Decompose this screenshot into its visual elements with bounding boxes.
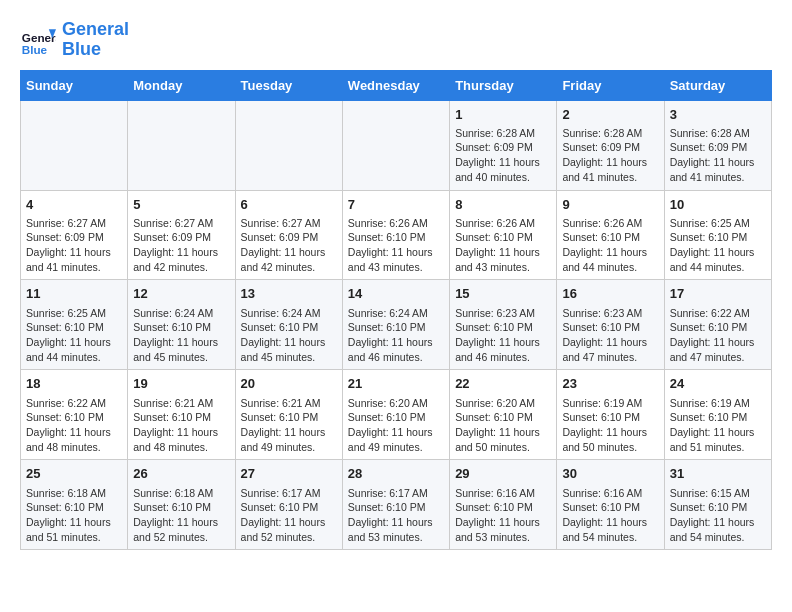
calendar-cell: 7Sunrise: 6:26 AM Sunset: 6:10 PM Daylig…	[342, 190, 449, 280]
calendar-cell: 21Sunrise: 6:20 AM Sunset: 6:10 PM Dayli…	[342, 370, 449, 460]
calendar-cell	[235, 100, 342, 190]
day-number: 5	[133, 196, 229, 214]
day-info: Sunrise: 6:27 AM Sunset: 6:09 PM Dayligh…	[26, 216, 122, 275]
calendar-cell: 9Sunrise: 6:26 AM Sunset: 6:10 PM Daylig…	[557, 190, 664, 280]
day-number: 11	[26, 285, 122, 303]
day-number: 28	[348, 465, 444, 483]
calendar-cell: 15Sunrise: 6:23 AM Sunset: 6:10 PM Dayli…	[450, 280, 557, 370]
day-number: 4	[26, 196, 122, 214]
day-info: Sunrise: 6:21 AM Sunset: 6:10 PM Dayligh…	[241, 396, 337, 455]
calendar-cell: 26Sunrise: 6:18 AM Sunset: 6:10 PM Dayli…	[128, 460, 235, 550]
day-number: 21	[348, 375, 444, 393]
calendar-cell: 1Sunrise: 6:28 AM Sunset: 6:09 PM Daylig…	[450, 100, 557, 190]
calendar-cell: 23Sunrise: 6:19 AM Sunset: 6:10 PM Dayli…	[557, 370, 664, 460]
calendar-cell: 12Sunrise: 6:24 AM Sunset: 6:10 PM Dayli…	[128, 280, 235, 370]
day-number: 2	[562, 106, 658, 124]
calendar-body: 1Sunrise: 6:28 AM Sunset: 6:09 PM Daylig…	[21, 100, 772, 550]
day-number: 10	[670, 196, 766, 214]
calendar-cell: 13Sunrise: 6:24 AM Sunset: 6:10 PM Dayli…	[235, 280, 342, 370]
calendar-cell: 5Sunrise: 6:27 AM Sunset: 6:09 PM Daylig…	[128, 190, 235, 280]
day-info: Sunrise: 6:26 AM Sunset: 6:10 PM Dayligh…	[348, 216, 444, 275]
day-number: 8	[455, 196, 551, 214]
day-number: 13	[241, 285, 337, 303]
day-info: Sunrise: 6:27 AM Sunset: 6:09 PM Dayligh…	[133, 216, 229, 275]
calendar-cell	[342, 100, 449, 190]
calendar-cell: 22Sunrise: 6:20 AM Sunset: 6:10 PM Dayli…	[450, 370, 557, 460]
day-info: Sunrise: 6:19 AM Sunset: 6:10 PM Dayligh…	[562, 396, 658, 455]
calendar-cell: 2Sunrise: 6:28 AM Sunset: 6:09 PM Daylig…	[557, 100, 664, 190]
day-number: 27	[241, 465, 337, 483]
calendar-cell: 29Sunrise: 6:16 AM Sunset: 6:10 PM Dayli…	[450, 460, 557, 550]
day-info: Sunrise: 6:24 AM Sunset: 6:10 PM Dayligh…	[241, 306, 337, 365]
calendar-cell: 19Sunrise: 6:21 AM Sunset: 6:10 PM Dayli…	[128, 370, 235, 460]
calendar-cell: 10Sunrise: 6:25 AM Sunset: 6:10 PM Dayli…	[664, 190, 771, 280]
day-info: Sunrise: 6:22 AM Sunset: 6:10 PM Dayligh…	[26, 396, 122, 455]
day-number: 24	[670, 375, 766, 393]
calendar-week-row: 11Sunrise: 6:25 AM Sunset: 6:10 PM Dayli…	[21, 280, 772, 370]
day-number: 9	[562, 196, 658, 214]
day-info: Sunrise: 6:27 AM Sunset: 6:09 PM Dayligh…	[241, 216, 337, 275]
day-number: 6	[241, 196, 337, 214]
day-info: Sunrise: 6:21 AM Sunset: 6:10 PM Dayligh…	[133, 396, 229, 455]
weekday-header: Wednesday	[342, 70, 449, 100]
calendar-cell: 3Sunrise: 6:28 AM Sunset: 6:09 PM Daylig…	[664, 100, 771, 190]
day-number: 29	[455, 465, 551, 483]
day-number: 18	[26, 375, 122, 393]
calendar-cell: 17Sunrise: 6:22 AM Sunset: 6:10 PM Dayli…	[664, 280, 771, 370]
day-number: 25	[26, 465, 122, 483]
weekday-header: Friday	[557, 70, 664, 100]
day-info: Sunrise: 6:25 AM Sunset: 6:10 PM Dayligh…	[26, 306, 122, 365]
calendar-week-row: 1Sunrise: 6:28 AM Sunset: 6:09 PM Daylig…	[21, 100, 772, 190]
day-info: Sunrise: 6:24 AM Sunset: 6:10 PM Dayligh…	[348, 306, 444, 365]
weekday-header: Monday	[128, 70, 235, 100]
logo-text: GeneralBlue	[62, 20, 129, 60]
day-number: 30	[562, 465, 658, 483]
day-number: 20	[241, 375, 337, 393]
day-info: Sunrise: 6:23 AM Sunset: 6:10 PM Dayligh…	[562, 306, 658, 365]
day-info: Sunrise: 6:28 AM Sunset: 6:09 PM Dayligh…	[562, 126, 658, 185]
day-number: 1	[455, 106, 551, 124]
calendar-cell: 28Sunrise: 6:17 AM Sunset: 6:10 PM Dayli…	[342, 460, 449, 550]
day-info: Sunrise: 6:23 AM Sunset: 6:10 PM Dayligh…	[455, 306, 551, 365]
calendar-week-row: 25Sunrise: 6:18 AM Sunset: 6:10 PM Dayli…	[21, 460, 772, 550]
day-info: Sunrise: 6:25 AM Sunset: 6:10 PM Dayligh…	[670, 216, 766, 275]
calendar-cell: 24Sunrise: 6:19 AM Sunset: 6:10 PM Dayli…	[664, 370, 771, 460]
day-number: 19	[133, 375, 229, 393]
day-number: 23	[562, 375, 658, 393]
day-number: 31	[670, 465, 766, 483]
weekday-header: Saturday	[664, 70, 771, 100]
calendar-cell: 18Sunrise: 6:22 AM Sunset: 6:10 PM Dayli…	[21, 370, 128, 460]
day-number: 12	[133, 285, 229, 303]
day-info: Sunrise: 6:28 AM Sunset: 6:09 PM Dayligh…	[670, 126, 766, 185]
calendar-cell: 11Sunrise: 6:25 AM Sunset: 6:10 PM Dayli…	[21, 280, 128, 370]
day-info: Sunrise: 6:26 AM Sunset: 6:10 PM Dayligh…	[562, 216, 658, 275]
day-info: Sunrise: 6:22 AM Sunset: 6:10 PM Dayligh…	[670, 306, 766, 365]
day-info: Sunrise: 6:19 AM Sunset: 6:10 PM Dayligh…	[670, 396, 766, 455]
calendar-cell	[21, 100, 128, 190]
day-info: Sunrise: 6:18 AM Sunset: 6:10 PM Dayligh…	[133, 486, 229, 545]
day-number: 17	[670, 285, 766, 303]
day-info: Sunrise: 6:17 AM Sunset: 6:10 PM Dayligh…	[241, 486, 337, 545]
page-header: General Blue GeneralBlue	[20, 20, 772, 60]
calendar-week-row: 4Sunrise: 6:27 AM Sunset: 6:09 PM Daylig…	[21, 190, 772, 280]
calendar-table: SundayMondayTuesdayWednesdayThursdayFrid…	[20, 70, 772, 551]
weekday-header: Thursday	[450, 70, 557, 100]
logo-icon: General Blue	[20, 22, 56, 58]
day-info: Sunrise: 6:26 AM Sunset: 6:10 PM Dayligh…	[455, 216, 551, 275]
day-number: 22	[455, 375, 551, 393]
weekday-header: Tuesday	[235, 70, 342, 100]
logo: General Blue GeneralBlue	[20, 20, 129, 60]
day-info: Sunrise: 6:16 AM Sunset: 6:10 PM Dayligh…	[562, 486, 658, 545]
day-number: 16	[562, 285, 658, 303]
day-info: Sunrise: 6:16 AM Sunset: 6:10 PM Dayligh…	[455, 486, 551, 545]
day-info: Sunrise: 6:24 AM Sunset: 6:10 PM Dayligh…	[133, 306, 229, 365]
calendar-cell: 31Sunrise: 6:15 AM Sunset: 6:10 PM Dayli…	[664, 460, 771, 550]
day-info: Sunrise: 6:17 AM Sunset: 6:10 PM Dayligh…	[348, 486, 444, 545]
calendar-header: SundayMondayTuesdayWednesdayThursdayFrid…	[21, 70, 772, 100]
calendar-cell: 27Sunrise: 6:17 AM Sunset: 6:10 PM Dayli…	[235, 460, 342, 550]
day-info: Sunrise: 6:20 AM Sunset: 6:10 PM Dayligh…	[348, 396, 444, 455]
calendar-cell: 16Sunrise: 6:23 AM Sunset: 6:10 PM Dayli…	[557, 280, 664, 370]
calendar-cell	[128, 100, 235, 190]
day-info: Sunrise: 6:28 AM Sunset: 6:09 PM Dayligh…	[455, 126, 551, 185]
weekday-header: Sunday	[21, 70, 128, 100]
